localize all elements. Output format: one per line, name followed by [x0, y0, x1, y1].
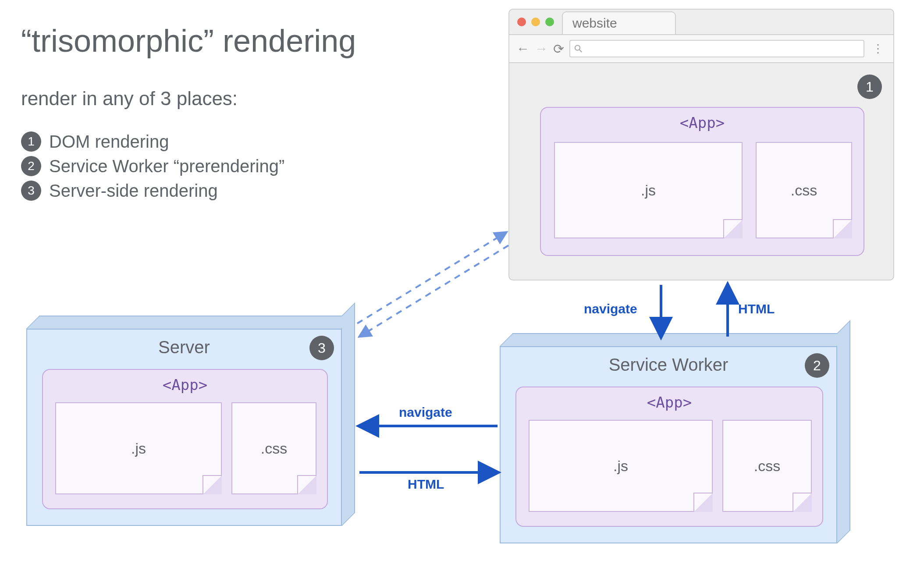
arrow-label-navigate-h: navigate	[399, 405, 452, 420]
js-file-label: .js	[613, 458, 628, 475]
arrow-label-html-h: HTML	[408, 477, 444, 492]
diagram-subtitle: render in any of 3 places:	[21, 88, 238, 110]
list-item: 1 DOM rendering	[21, 131, 284, 152]
css-file-label: .css	[261, 440, 287, 457]
bullet-badge-3: 3	[21, 181, 41, 201]
maximize-icon	[545, 18, 554, 26]
reload-icon: ⟳	[553, 41, 564, 57]
js-file-card: .js	[554, 142, 743, 238]
arrow-browser-to-server	[359, 245, 508, 337]
forward-icon: →	[535, 41, 548, 56]
bullet-text: Server-side rendering	[49, 181, 218, 201]
menu-icon: ⋮	[870, 42, 886, 56]
css-file-card: .css	[722, 420, 812, 512]
js-file-card: .js	[529, 420, 713, 512]
css-file-card: .css	[756, 142, 852, 238]
service-worker-box: Service Worker 2 <App> .js .css	[500, 333, 837, 543]
browser-tab: website	[562, 11, 676, 34]
service-worker-title: Service Worker	[501, 355, 836, 375]
browser-viewport: 1 <App> .js .css	[514, 67, 889, 275]
bullet-list: 1 DOM rendering 2 Service Worker “preren…	[21, 127, 284, 205]
server-title: Server	[27, 337, 341, 357]
browser-window: website ← → ⟳ ⚲ ⋮ 1 <App> .js .css	[508, 9, 894, 280]
arrow-label-html-v: HTML	[738, 302, 775, 316]
location-badge-1: 1	[857, 75, 882, 99]
js-file-label: .js	[641, 182, 656, 199]
dogear-icon	[833, 219, 852, 238]
dogear-icon	[793, 493, 812, 512]
list-item: 3 Server-side rendering	[21, 181, 284, 201]
browser-tab-label: website	[572, 16, 617, 31]
js-file-label: .js	[131, 440, 146, 457]
arrow-label-navigate-v: navigate	[584, 302, 637, 316]
server-box: Server 3 <App> .js .css	[26, 316, 342, 526]
app-panel-browser: <App> .js .css	[540, 107, 864, 256]
app-label: <App>	[541, 114, 864, 131]
bullet-badge-2: 2	[21, 156, 41, 176]
dogear-icon	[297, 475, 316, 494]
location-badge-2: 2	[805, 353, 829, 378]
arrow-server-to-browser	[357, 232, 506, 323]
list-item: 2 Service Worker “prerendering”	[21, 156, 284, 176]
app-label: <App>	[43, 376, 327, 394]
css-file-card: .css	[231, 402, 316, 494]
browser-toolbar: ← → ⟳ ⚲ ⋮	[509, 34, 893, 63]
address-bar: ⚲	[569, 40, 864, 57]
bullet-text: Service Worker “prerendering”	[49, 156, 284, 176]
app-label: <App>	[516, 394, 822, 411]
close-icon	[517, 18, 526, 26]
search-icon: ⚲	[572, 42, 586, 56]
css-file-label: .css	[754, 458, 780, 475]
location-badge-3: 3	[309, 336, 334, 360]
app-panel-service-worker: <App> .js .css	[515, 387, 823, 527]
diagram-title: “trisomorphic” rendering	[21, 23, 356, 59]
js-file-card: .js	[55, 402, 222, 494]
bullet-text: DOM rendering	[49, 132, 169, 152]
app-panel-server: <App> .js .css	[42, 369, 328, 509]
browser-tab-strip: website	[509, 10, 893, 34]
minimize-icon	[531, 18, 540, 26]
window-controls	[517, 18, 554, 26]
css-file-label: .css	[791, 182, 817, 199]
bullet-badge-1: 1	[21, 131, 41, 152]
dogear-icon	[693, 493, 713, 512]
dogear-icon	[723, 219, 743, 238]
back-icon: ←	[516, 41, 530, 56]
dogear-icon	[203, 475, 222, 494]
